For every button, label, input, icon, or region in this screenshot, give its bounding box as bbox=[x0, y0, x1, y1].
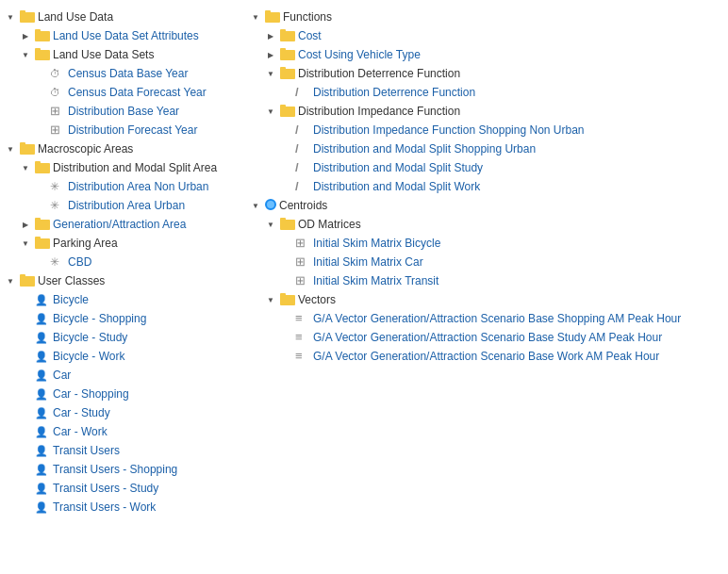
person-icon-wrapper: 👤 bbox=[32, 500, 53, 515]
toggle-btn[interactable]: ▼ bbox=[4, 142, 17, 156]
toggle-btn[interactable]: ▼ bbox=[249, 10, 262, 24]
toggle-btn[interactable]: ▼ bbox=[19, 237, 32, 250]
label-initial-skim-bicycle: Initial Skim Matrix Bicycle bbox=[313, 237, 440, 250]
tree-node-census-data-base-year[interactable]: ⏱Census Data Base Year bbox=[4, 64, 241, 83]
list-item: ▼ Distribution Deterrence Function bbox=[249, 64, 694, 83]
svg-rect-9 bbox=[35, 161, 41, 165]
tree-node-distribution-deterrence-function-item[interactable]: /Distribution Deterrence Function bbox=[249, 83, 694, 102]
folder-icon bbox=[35, 217, 50, 232]
tree-node-dist-modal-work[interactable]: /Distribution and Modal Split Work bbox=[249, 177, 694, 196]
toggle-btn[interactable]: ▼ bbox=[4, 10, 17, 24]
tree-node-initial-skim-car[interactable]: ⊞Initial Skim Matrix Car bbox=[249, 253, 694, 271]
label-od-matrices: OD Matrices bbox=[298, 218, 361, 231]
folder-icon-wrapper bbox=[32, 217, 53, 233]
list-item: ▼Centroids bbox=[249, 196, 694, 215]
tree-node-land-use-data-set-attributes[interactable]: ▶ Land Use Data Set Attributes bbox=[4, 26, 241, 45]
tree-node-bicycle[interactable]: 👤Bicycle bbox=[4, 290, 241, 309]
tree-node-distribution-forecast-year[interactable]: ⊞Distribution Forecast Year bbox=[4, 121, 241, 139]
tree-node-initial-skim-bicycle[interactable]: ⊞Initial Skim Matrix Bicycle bbox=[249, 234, 694, 253]
toggle-btn[interactable]: ▶ bbox=[264, 48, 277, 61]
svg-rect-3 bbox=[35, 29, 41, 33]
tree-node-ga-vector-work[interactable]: ≡G/A Vector Generation/Attraction Scenar… bbox=[249, 347, 694, 366]
toggle-btn[interactable]: ▶ bbox=[19, 218, 32, 231]
func-icon-wrapper: / bbox=[292, 179, 313, 194]
tree-node-dist-modal-study[interactable]: /Distribution and Modal Split Study bbox=[249, 158, 694, 177]
right-tree: ▼ Functions▶ Cost▶ Cost Using Vehicle Ty… bbox=[245, 8, 698, 517]
label-initial-skim-transit: Initial Skim Matrix Transit bbox=[313, 274, 438, 287]
tree-node-dist-modal-shopping-urban[interactable]: /Distribution and Modal Split Shopping U… bbox=[249, 139, 694, 158]
folder-icon bbox=[35, 28, 50, 43]
toggle-btn[interactable]: ▼ bbox=[264, 67, 277, 80]
tree-node-generation-attraction-area[interactable]: ▶ Generation/Attraction Area bbox=[4, 215, 241, 234]
tree-node-ga-vector-shopping[interactable]: ≡G/A Vector Generation/Attraction Scenar… bbox=[249, 309, 694, 328]
toggle-btn[interactable]: ▼ bbox=[19, 48, 32, 61]
tree-node-land-use-data-sets[interactable]: ▼ Land Use Data Sets bbox=[4, 45, 241, 64]
person-icon: 👤 bbox=[35, 368, 50, 383]
tree-node-distribution-impedance-function[interactable]: ▼ Distribution Impedance Function bbox=[249, 102, 694, 121]
tree-node-car-work[interactable]: 👤Car - Work bbox=[4, 422, 241, 441]
tree-node-functions[interactable]: ▼ Functions bbox=[249, 8, 694, 26]
label-dist-imp-shopping-non-urban: Distribution Impedance Function Shopping… bbox=[313, 123, 585, 137]
folder-icon-wrapper bbox=[277, 292, 298, 308]
list-item: ▼ Distribution and Modal Split Area bbox=[4, 158, 241, 177]
toggle-btn[interactable]: ▼ bbox=[264, 293, 277, 306]
tree-node-dist-imp-shopping-non-urban[interactable]: /Distribution Impedance Function Shoppin… bbox=[249, 121, 694, 139]
func-icon-wrapper: / bbox=[292, 141, 313, 156]
list-item: ▼ OD Matrices bbox=[249, 215, 694, 234]
toggle-btn[interactable]: ▼ bbox=[264, 218, 277, 231]
toggle-btn[interactable]: ▼ bbox=[249, 199, 262, 212]
tree-node-bicycle-study[interactable]: 👤Bicycle - Study bbox=[4, 328, 241, 347]
tree-node-land-use-data[interactable]: ▼ Land Use Data bbox=[4, 8, 241, 26]
list-item: 👤Transit Users - Work bbox=[4, 498, 241, 517]
data-icon-wrapper: ⏱ bbox=[47, 66, 68, 81]
toggle-btn[interactable]: ▼ bbox=[19, 161, 32, 174]
tree-node-bicycle-shopping[interactable]: 👤Bicycle - Shopping bbox=[4, 309, 241, 328]
tree-node-vectors[interactable]: ▼ Vectors bbox=[249, 290, 694, 309]
list-item: ⊞Initial Skim Matrix Car bbox=[249, 253, 694, 271]
folder-icon-wrapper bbox=[277, 66, 298, 82]
tree-node-initial-skim-transit[interactable]: ⊞Initial Skim Matrix Transit bbox=[249, 271, 694, 290]
tree-node-cbd[interactable]: ✳CBD bbox=[4, 253, 241, 271]
person-icon-wrapper: 👤 bbox=[32, 405, 53, 420]
list-item: ≡G/A Vector Generation/Attraction Scenar… bbox=[249, 309, 694, 328]
tree-node-cost[interactable]: ▶ Cost bbox=[249, 26, 694, 45]
tree-node-distribution-area-urban[interactable]: ✳Distribution Area Urban bbox=[4, 196, 241, 215]
tree-node-transit-users-shopping[interactable]: 👤Transit Users - Shopping bbox=[4, 460, 241, 479]
person-icon-wrapper: 👤 bbox=[32, 330, 53, 345]
list-item: ▼ Macroscopic Areas bbox=[4, 139, 241, 158]
toggle-btn[interactable]: ▼ bbox=[4, 274, 17, 287]
tree-node-ga-vector-study[interactable]: ≡G/A Vector Generation/Attraction Scenar… bbox=[249, 328, 694, 347]
circle-icon bbox=[265, 199, 276, 210]
tree-node-transit-users-study[interactable]: 👤Transit Users - Study bbox=[4, 479, 241, 498]
tree-node-transit-users-work[interactable]: 👤Transit Users - Work bbox=[4, 498, 241, 517]
tree-node-distribution-deterrence-function[interactable]: ▼ Distribution Deterrence Function bbox=[249, 64, 694, 83]
tree-node-centroids[interactable]: ▼Centroids bbox=[249, 196, 694, 215]
tree-node-cost-using-vehicle-type[interactable]: ▶ Cost Using Vehicle Type bbox=[249, 45, 694, 64]
bar-icon-wrapper: ≡ bbox=[292, 311, 313, 326]
tree-node-distribution-area-non-urban[interactable]: ✳Distribution Area Non Urban bbox=[4, 177, 241, 196]
tree-node-distribution-base-year[interactable]: ⊞Distribution Base Year bbox=[4, 102, 241, 121]
tree-node-car[interactable]: 👤Car bbox=[4, 366, 241, 385]
tree-node-bicycle-work[interactable]: 👤Bicycle - Work bbox=[4, 347, 241, 366]
tree-node-distribution-modal-split-area[interactable]: ▼ Distribution and Modal Split Area bbox=[4, 158, 241, 177]
star-icon-wrapper: ✳ bbox=[47, 198, 68, 213]
tree-node-census-data-forecast-year[interactable]: ⏱Census Data Forecast Year bbox=[4, 83, 241, 102]
list-item: ▶ Land Use Data Set Attributes bbox=[4, 26, 241, 45]
tree-node-car-shopping[interactable]: 👤Car - Shopping bbox=[4, 385, 241, 403]
tree-node-od-matrices[interactable]: ▼ OD Matrices bbox=[249, 215, 694, 234]
tree-node-macroscopic-areas[interactable]: ▼ Macroscopic Areas bbox=[4, 139, 241, 158]
person-icon: 👤 bbox=[35, 292, 50, 307]
data-icon-wrapper: ⏱ bbox=[47, 85, 68, 100]
label-car-shopping: Car - Shopping bbox=[53, 387, 129, 401]
toggle-btn[interactable]: ▶ bbox=[19, 29, 32, 42]
tree-node-parking-area[interactable]: ▼ Parking Area bbox=[4, 234, 241, 253]
tree-node-car-study[interactable]: 👤Car - Study bbox=[4, 403, 241, 422]
svg-rect-17 bbox=[265, 10, 271, 14]
label-car-work: Car - Work bbox=[53, 425, 108, 438]
list-item: 👤Car - Shopping bbox=[4, 385, 241, 403]
tree-node-user-classes[interactable]: ▼ User Classes bbox=[4, 271, 241, 290]
tree-node-transit-users[interactable]: 👤Transit Users bbox=[4, 441, 241, 460]
data-icon: ⏱ bbox=[50, 66, 65, 81]
toggle-btn[interactable]: ▶ bbox=[264, 29, 277, 42]
toggle-btn[interactable]: ▼ bbox=[264, 105, 277, 118]
